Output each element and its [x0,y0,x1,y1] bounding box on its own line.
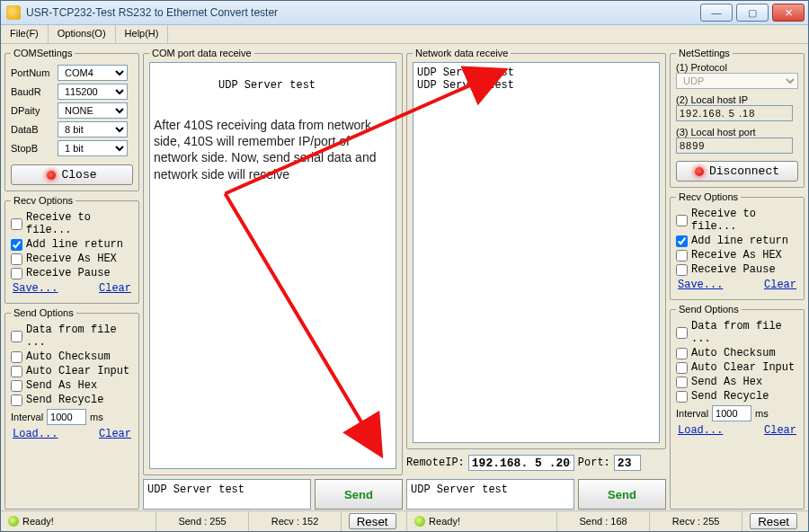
com-send-recycle-check[interactable] [11,395,22,406]
record-icon [695,167,704,176]
datab-select[interactable]: 8 bit [58,121,128,137]
com-interval-input[interactable] [47,409,86,425]
com-recv-textarea[interactable]: UDP Server test After 410S receiving dat… [149,62,396,469]
com-send-fromfile-check[interactable] [11,331,22,342]
net-send-clear-link[interactable]: Clear [764,424,796,437]
record-icon [47,171,56,180]
baudr-select[interactable]: 115200 [58,84,128,100]
com-send-count: Send : 255 [156,511,248,531]
com-send-clear-link[interactable]: Clear [99,428,131,440]
com-send-options-group: Send Options Data from file ... Auto Che… [4,307,139,510]
net-send-input[interactable]: UDP Server test [406,479,574,510]
net-send-load-link[interactable]: Load... [678,424,723,437]
com-recv-panel: COM port data receive UDP Server test Af… [143,48,403,475]
annotation-text: After 410S receiving data from network s… [154,117,392,182]
close-window-button[interactable]: ✕ [772,4,805,22]
net-recv-textarea[interactable]: UDP Server test UDP Server test [413,62,660,443]
net-host-label: (2) Local host IP [676,94,798,105]
net-recv-panel: Network data receive UDP Server test UDP… [406,48,666,449]
remoteip-input[interactable] [468,455,574,471]
com-recv-count: Recv : 152 [248,511,341,531]
dparity-label: DPaity [11,105,54,116]
net-send-fromfile-check[interactable] [676,327,688,339]
com-send-load-link[interactable]: Load... [13,428,58,440]
net-send-recycle-check[interactable] [676,391,688,403]
datab-label: DataB [11,124,54,135]
net-recv-pause-check[interactable] [676,264,688,276]
net-recv-options-group: Recv Options Receive to file... Add line… [670,191,805,300]
net-proto-label: (1) Protocol [676,62,798,73]
maximize-button[interactable]: ▢ [736,4,769,22]
stopb-label: StopB [11,143,54,154]
baudr-label: BaudR [11,86,54,97]
net-port-label: (3) Local host port [676,127,798,137]
net-recv-save-link[interactable]: Save... [678,279,723,291]
ready-icon [414,516,425,527]
net-send-checksum-check[interactable] [676,348,688,359]
remote-port-label: Port: [578,457,610,469]
net-recv-addline-check[interactable] [676,235,688,247]
com-reset-button[interactable]: Reset [349,513,396,529]
remoteip-label: RemoteIP: [406,457,465,469]
net-recv-ashex-check[interactable] [676,250,688,262]
status-bar: Ready! Send : 255 Recv : 152 Reset Ready… [1,510,808,531]
com-send-checksum-check[interactable] [11,351,22,363]
com-send-input[interactable]: UDP Server test [143,479,311,510]
menu-help[interactable]: Help(H) [116,25,169,43]
com-recv-ashex-check[interactable] [11,253,22,265]
com-recv-pause-check[interactable] [11,268,22,279]
net-send-button[interactable]: Send [578,479,666,510]
com-settings-group: COMSettings PortNum COM4 BaudR 115200 DP… [4,48,139,191]
com-recv-tofile-check[interactable] [11,218,22,230]
net-recv-count: Recv : 255 [649,511,742,531]
minimize-button[interactable]: — [700,4,733,22]
com-recv-save-link[interactable]: Save... [13,282,58,295]
com-send-button[interactable]: Send [315,479,403,510]
menu-file[interactable]: File(F) [1,25,49,43]
net-interval-input[interactable] [712,405,751,421]
net-proto-select[interactable]: UDP [676,73,798,89]
com-interval-label: Interval [11,412,43,422]
net-send-clearinput-check[interactable] [676,362,688,374]
net-disconnect-button[interactable]: Disconnect [676,161,798,182]
com-recv-options-group: Recv Options Receive to file... Add line… [4,195,139,304]
com-recv-clear-link[interactable]: Clear [99,282,131,295]
net-port-input[interactable] [676,137,793,154]
ready-icon [8,516,19,527]
window-title: USR-TCP232-Test RS232 to Ethernet Conver… [26,6,700,19]
net-host-input[interactable] [676,105,793,121]
net-recv-tofile-check[interactable] [676,215,688,226]
com-send-clearinput-check[interactable] [11,366,22,377]
com-send-ashex-check[interactable] [11,380,22,392]
com-settings-legend: COMSettings [11,48,75,58]
net-ready-label: Ready! [429,516,460,527]
net-reset-button[interactable]: Reset [750,513,797,529]
com-close-button[interactable]: Close [11,164,133,185]
portnum-select[interactable]: COM4 [58,65,128,81]
net-recv-clear-link[interactable]: Clear [764,279,796,291]
com-ready-label: Ready! [22,516,54,527]
net-send-options-group: Send Options Data from file ... Auto Che… [670,304,805,510]
net-settings-group: NetSettings (1) Protocol UDP (2) Local h… [670,48,805,188]
menu-bar: File(F) Options(O) Help(H) [1,25,808,44]
portnum-label: PortNum [11,67,54,78]
net-send-count: Send : 168 [556,511,649,531]
remote-port-input[interactable] [614,455,641,471]
stopb-select[interactable]: 1 bit [58,140,128,156]
title-bar: USR-TCP232-Test RS232 to Ethernet Conver… [1,1,808,25]
app-icon [6,5,21,20]
menu-options[interactable]: Options(O) [49,25,116,43]
dparity-select[interactable]: NONE [58,102,128,119]
net-send-ashex-check[interactable] [676,377,688,388]
com-recv-addline-check[interactable] [11,239,22,251]
